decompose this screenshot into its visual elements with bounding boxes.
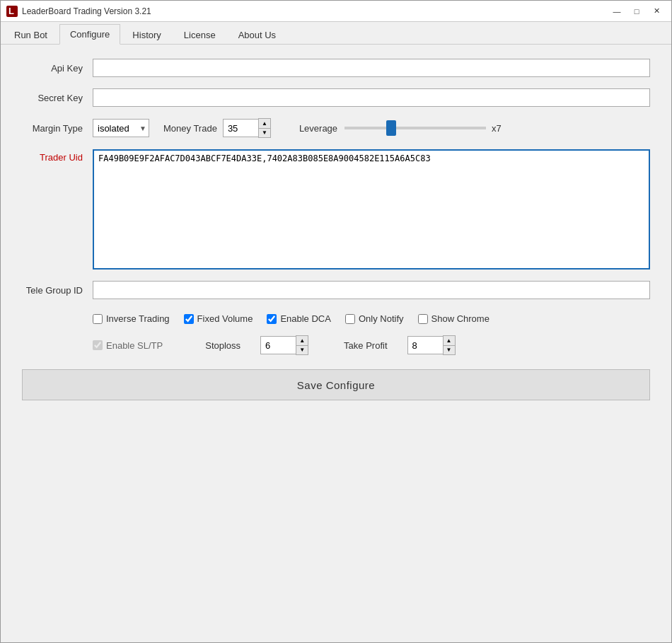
inverse-trading-checkbox-item[interactable]: Inverse Trading [93,313,170,324]
secret-key-label: Secret Key [22,93,93,103]
inverse-trading-label: Inverse Trading [106,313,170,324]
enable-sltp-checkbox-item[interactable]: Enable SL/TP [93,340,163,351]
fixed-volume-checkbox-item[interactable]: Fixed Volume [184,313,253,324]
margin-type-label: Margin Type [22,123,93,134]
stoploss-spinbox: ▲ ▼ [260,335,308,355]
money-trade-down-button[interactable]: ▼ [259,128,270,137]
money-trade-spinbox: ▲ ▼ [223,118,271,138]
tab-history[interactable]: History [122,24,171,45]
enable-sltp-label: Enable SL/TP [106,340,163,351]
title-bar-left: L LeaderBoard Trading Version 3.21 [6,6,151,17]
maximize-button[interactable]: □ [627,4,646,19]
checkboxes-row: Inverse Trading Fixed Volume Enable DCA … [93,313,650,324]
stoploss-down-button[interactable]: ▼ [296,345,308,354]
enable-sltp-checkbox[interactable] [93,340,103,350]
trader-uid-input[interactable]: FA49B09E9F2AFAC7D043ABCF7E4DA33E,7402A83… [93,149,650,270]
tab-run-bot[interactable]: Run Bot [4,24,58,45]
save-configure-button[interactable]: Save Configure [22,369,650,400]
svg-text:L: L [8,6,14,16]
secret-key-input[interactable] [93,88,650,107]
tab-about-us[interactable]: About Us [228,24,286,45]
window-controls: — □ ✕ [608,4,666,19]
api-key-label: Api Key [22,63,93,74]
trader-uid-row: Trader Uid FA49B09E9F2AFAC7D043ABCF7E4DA… [22,149,650,270]
margin-type-row: Margin Type isolated cross ▼ Money Trade… [22,118,650,138]
stoploss-input[interactable] [260,336,296,354]
sltp-row: Enable SL/TP Stoploss ▲ ▼ Take Profit ▲ … [93,335,650,355]
takeprofit-input[interactable] [407,336,443,354]
leverage-label: Leverage [299,123,337,134]
money-trade-input[interactable] [223,119,258,137]
tab-configure[interactable]: Configure [59,24,120,45]
tele-group-id-input[interactable] [93,281,650,299]
trader-uid-label: Trader Uid [22,149,93,163]
show-chrome-checkbox[interactable] [418,314,428,324]
money-trade-label: Money Trade [163,123,217,134]
menu-bar: Run Bot Configure History License About … [1,22,671,45]
takeprofit-label: Take Profit [344,340,387,351]
stoploss-label: Stoploss [205,340,241,351]
takeprofit-up-button[interactable]: ▲ [444,336,455,345]
margin-type-select-wrapper: isolated cross ▼ [93,119,149,137]
tab-license[interactable]: License [173,24,226,45]
only-notify-label: Only Notify [359,313,404,324]
show-chrome-label: Show Chrome [431,313,489,324]
title-bar: L LeaderBoard Trading Version 3.21 — □ ✕ [1,1,671,22]
window-title: LeaderBoard Trading Version 3.21 [22,6,151,16]
show-chrome-checkbox-item[interactable]: Show Chrome [418,313,489,324]
fixed-volume-checkbox[interactable] [184,314,194,324]
enable-dca-label: Enable DCA [280,313,331,324]
only-notify-checkbox[interactable] [345,314,355,324]
fixed-volume-label: Fixed Volume [197,313,253,324]
takeprofit-spinbox: ▲ ▼ [407,335,456,355]
takeprofit-down-button[interactable]: ▼ [444,345,455,354]
stoploss-buttons: ▲ ▼ [296,335,308,355]
tele-group-id-row: Tele Group ID [22,281,650,299]
leverage-value: x7 [492,123,509,134]
secret-key-row: Secret Key [22,88,650,107]
takeprofit-buttons: ▲ ▼ [443,335,456,355]
save-button-wrapper: Save Configure [22,369,650,400]
minimize-button[interactable]: — [608,4,626,19]
enable-dca-checkbox[interactable] [267,314,277,324]
main-window: L LeaderBoard Trading Version 3.21 — □ ✕… [0,0,672,643]
api-key-row: Api Key [22,59,650,77]
leverage-slider-wrapper: x7 [344,123,509,134]
only-notify-checkbox-item[interactable]: Only Notify [345,313,404,324]
inverse-trading-checkbox[interactable] [93,314,103,324]
money-trade-up-button[interactable]: ▲ [259,119,270,128]
enable-dca-checkbox-item[interactable]: Enable DCA [267,313,331,324]
close-button[interactable]: ✕ [647,4,666,19]
margin-type-select[interactable]: isolated cross [93,119,149,137]
tele-group-id-label: Tele Group ID [22,285,93,296]
leverage-slider[interactable] [344,127,486,129]
api-key-input[interactable] [93,59,650,77]
money-trade-buttons: ▲ ▼ [258,118,271,138]
stoploss-up-button[interactable]: ▲ [296,336,308,345]
app-icon: L [6,6,18,17]
content-area: Api Key Secret Key Margin Type isolated … [1,45,671,642]
